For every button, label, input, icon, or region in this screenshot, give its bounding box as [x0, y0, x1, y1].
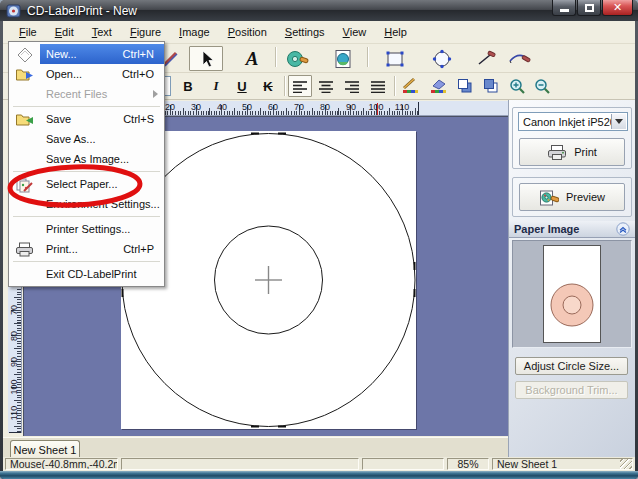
menu-separator — [13, 216, 160, 217]
align-center-button[interactable] — [314, 75, 338, 97]
fill-color-button[interactable] — [425, 75, 451, 97]
menu-item-open[interactable]: Open...Ctrl+O — [9, 64, 164, 84]
preview-button[interactable]: Preview — [519, 183, 625, 211]
right-panel: Canon Inkjet iP5200 Print Preview Paper … — [508, 100, 635, 457]
line-tool-button[interactable] — [472, 46, 500, 71]
print-button[interactable]: Print — [519, 138, 625, 166]
close-button[interactable]: ✕ — [602, 0, 633, 16]
select-paper-icon — [15, 176, 34, 193]
ruler-label: 70 — [9, 300, 19, 320]
select-tool-button[interactable] — [189, 46, 223, 71]
titlebar[interactable]: CD-LabelPrint - New ✕ — [0, 0, 638, 21]
align-center-icon — [318, 80, 334, 93]
menu-item-label: Print... — [46, 243, 78, 255]
printer-select-value: Canon Inkjet iP5200 — [523, 116, 622, 128]
menu-edit[interactable]: Edit — [47, 23, 82, 41]
arc-tool-button[interactable] — [503, 46, 535, 71]
paper-image-header: Paper Image — [509, 221, 635, 238]
image-document-icon — [333, 49, 353, 69]
maximize-button[interactable] — [577, 0, 601, 16]
ruler-label: 60 — [268, 102, 278, 112]
ellipse-tool-button[interactable] — [427, 46, 457, 71]
menu-item-print[interactable]: Print...Ctrl+P — [9, 239, 164, 259]
menu-item-label: Printer Settings... — [46, 223, 130, 235]
menu-item-environment-settings[interactable]: Environment Settings... — [9, 194, 164, 214]
bold-button[interactable]: B — [176, 75, 200, 97]
printer-select[interactable]: Canon Inkjet iP5200 — [518, 112, 628, 131]
chevron-down-icon — [615, 119, 623, 124]
zoom-in-button[interactable] — [505, 75, 529, 97]
window-title: CD-LabelPrint - New — [27, 4, 137, 18]
ruler-label: 110 — [395, 102, 409, 112]
menu-item-save-as[interactable]: Save As... — [9, 129, 164, 149]
line-color-button[interactable] — [397, 75, 423, 97]
ruler-label: 90 — [9, 352, 19, 372]
toolbar-separator — [284, 76, 285, 96]
menu-settings[interactable]: Settings — [277, 23, 333, 41]
menu-item-printer-settings[interactable]: Printer Settings... — [9, 219, 164, 239]
menu-item-shortcut: Ctrl+S — [123, 113, 164, 125]
menu-item-label: Save As Image... — [46, 153, 129, 165]
status-active-sheet: New Sheet 1 — [492, 458, 633, 470]
send-backward-button[interactable] — [479, 75, 503, 97]
center-crosshair-icon — [255, 266, 282, 294]
align-right-button[interactable] — [340, 75, 364, 97]
preview-icon — [539, 189, 559, 206]
save-icon — [15, 111, 34, 127]
underline-icon: U — [237, 79, 246, 94]
disc-preview — [544, 246, 600, 342]
align-left-button[interactable] — [288, 75, 312, 97]
cd-paint-icon — [286, 49, 310, 69]
cd-background-button[interactable] — [283, 46, 313, 71]
bring-forward-button[interactable] — [453, 75, 477, 97]
ruler-end-mark — [9, 432, 21, 433]
menu-item-new[interactable]: New...Ctrl+N — [9, 44, 164, 64]
collapse-section-button[interactable] — [616, 222, 630, 236]
text-tool-button[interactable]: A — [237, 46, 267, 71]
label-page[interactable] — [121, 131, 416, 429]
sheet-tab[interactable]: New Sheet 1 — [10, 440, 80, 458]
align-right-icon — [344, 80, 360, 93]
menu-position[interactable]: Position — [220, 23, 275, 41]
printer-select-arrow[interactable] — [611, 114, 626, 129]
close-icon: ✕ — [613, 2, 622, 13]
ruler-label: 100 — [368, 102, 383, 112]
chevron-up-icon — [616, 222, 630, 236]
cursor-arrow-icon — [197, 49, 215, 68]
ruler-position-marker — [377, 103, 378, 115]
resize-grip[interactable] — [620, 458, 632, 469]
menu-figure[interactable]: Figure — [122, 23, 169, 41]
rectangle-tool-button[interactable] — [380, 46, 410, 71]
menu-file[interactable]: File — [11, 23, 45, 41]
strikethrough-button[interactable]: K — [256, 75, 280, 97]
menu-item-select-paper[interactable]: Select Paper... — [9, 174, 164, 194]
maximize-icon — [585, 4, 594, 12]
zoom-out-button[interactable] — [530, 75, 554, 97]
menu-item-label: Exit CD-LabelPrint — [46, 268, 136, 280]
adjust-circle-size-button[interactable]: Adjust Circle Size... — [515, 357, 628, 375]
menu-item-label: Save — [46, 113, 71, 125]
menu-help[interactable]: Help — [376, 23, 415, 41]
menu-item-save-as-image[interactable]: Save As Image... — [9, 149, 164, 169]
ruler-label: 20 — [165, 102, 175, 112]
ruler-label: 50 — [242, 102, 252, 112]
menu-image[interactable]: Image — [171, 23, 218, 41]
italic-button[interactable]: I — [204, 75, 228, 97]
ruler-label: 100 — [9, 377, 19, 397]
status-mouse-position: Mouse(-40.8mm,-40.2mm) — [5, 458, 118, 470]
strikethrough-icon: K — [263, 79, 272, 94]
submenu-arrow-icon — [153, 90, 158, 98]
align-justify-icon — [370, 80, 386, 93]
menu-view[interactable]: View — [335, 23, 375, 41]
minimize-button[interactable] — [552, 0, 576, 16]
underline-button[interactable]: U — [230, 75, 254, 97]
ruler-label: 80 — [9, 326, 19, 346]
menu-item-exit[interactable]: Exit CD-LabelPrint — [9, 264, 164, 284]
insert-image-button[interactable] — [328, 46, 358, 71]
new-document-icon — [16, 46, 34, 63]
menu-item-save[interactable]: SaveCtrl+S — [9, 109, 164, 129]
paper-preview-area — [512, 240, 632, 348]
menu-text[interactable]: Text — [84, 23, 120, 41]
align-justify-button[interactable] — [366, 75, 390, 97]
zoom-out-icon — [534, 78, 551, 95]
